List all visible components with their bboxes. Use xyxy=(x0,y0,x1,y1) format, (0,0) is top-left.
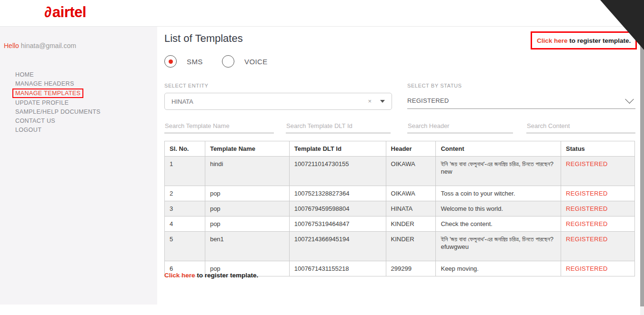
sidebar-item-manage-headers[interactable]: MANAGE HEADERS xyxy=(15,79,101,89)
cell-template-dlt-id: 1007521328827364 xyxy=(289,186,386,201)
cell-template-name: pop xyxy=(205,217,289,232)
cell-header: KINDER xyxy=(386,232,436,261)
sidebar-item-sample-help-documents[interactable]: SAMPLE/HELP DOCUMENTS xyxy=(15,108,101,117)
col-sl-no: Sl. No. xyxy=(165,141,205,157)
cell-template-dlt-id: 1007214366945194 xyxy=(289,232,386,261)
cell-content: ইনি 'জয় বাবা ফেলুনাথ'-এর জনপ্রিয় চরিত্… xyxy=(436,232,561,261)
cell-content: Toss a coin to your witcher. xyxy=(436,186,561,201)
sidebar-item-update-profile[interactable]: UPDATE PROFILE xyxy=(15,98,101,108)
entity-select-value: HINATA xyxy=(171,98,193,105)
vertical-scrollbar-thumb[interactable] xyxy=(640,36,644,306)
radio-sms-circle-icon[interactable] xyxy=(164,55,177,68)
cell-sl-no: 1 xyxy=(165,157,205,186)
table-header-row: Sl. No. Template Name Template DLT Id He… xyxy=(165,141,635,157)
register-click-here-bottom[interactable]: Click here xyxy=(164,272,195,279)
cell-sl-no: 3 xyxy=(165,201,205,217)
cell-sl-no: 2 xyxy=(165,186,205,201)
cell-status: REGISTERED xyxy=(561,201,635,217)
cell-template-dlt-id: 1007211014730155 xyxy=(289,157,386,186)
cell-template-dlt-id: 1007671431155218 xyxy=(289,261,386,276)
status-select[interactable]: REGISTERED xyxy=(407,93,635,109)
sidebar-item-home[interactable]: HOME xyxy=(15,70,101,79)
cell-status: REGISTERED xyxy=(561,186,635,201)
status-select-value: REGISTERED xyxy=(407,97,449,104)
register-template-link-bottom[interactable]: Click here to register template. xyxy=(164,272,258,279)
cell-status: REGISTERED xyxy=(561,157,635,186)
corner-fold-decoration xyxy=(600,0,644,50)
col-content: Content xyxy=(436,141,561,157)
sidebar: Hello hinata@gmail.com HOME MANAGE HEADE… xyxy=(0,27,157,305)
col-header: Header xyxy=(386,141,436,157)
cell-sl-no: 4 xyxy=(165,217,205,232)
cell-template-name: pop xyxy=(205,186,289,201)
radio-voice-circle-icon[interactable] xyxy=(222,55,234,68)
cell-content: Welcome to this world. xyxy=(436,201,561,217)
cell-content: Check the content. xyxy=(436,217,561,232)
cell-content: ইনি 'জয় বাবা ফেলুনাথ'-এর জনপ্রিয় চরিত্… xyxy=(436,157,561,186)
cell-template-name: ben1 xyxy=(205,232,289,261)
radio-sms-label: SMS xyxy=(187,58,203,66)
radio-sms[interactable]: SMS xyxy=(164,55,203,68)
cell-header: HINATA xyxy=(386,201,436,217)
cell-content: Keep moving. xyxy=(436,261,561,276)
page-title: List of Templates xyxy=(164,32,243,45)
cell-template-name: pop xyxy=(205,201,289,217)
table-row: 5ben11007214366945194KINDERইনি 'জয় বাবা… xyxy=(165,232,635,261)
entity-clear-icon[interactable]: × xyxy=(368,98,372,105)
search-template-name-input[interactable] xyxy=(164,119,274,133)
register-rest-bottom: to register template. xyxy=(195,272,259,279)
sidebar-item-logout[interactable]: LOGOUT xyxy=(15,126,101,135)
register-click-here-top[interactable]: Click here xyxy=(537,37,568,44)
select-by-status-label: SELECT BY STATUS xyxy=(407,83,462,89)
cell-header: 299299 xyxy=(386,261,436,276)
sidebar-item-contact-us[interactable]: CONTACT US xyxy=(15,117,101,126)
sidebar-item-manage-templates[interactable]: MANAGE TEMPLATES xyxy=(12,89,83,98)
cell-status: REGISTERED xyxy=(561,261,635,276)
radio-voice-label: VOICE xyxy=(244,58,268,66)
templates-table-body: 1hindi1007211014730155OIKAWAইনি 'জয় বাব… xyxy=(165,157,635,276)
cell-template-dlt-id: 1007675319464847 xyxy=(289,217,386,232)
entity-caret-down-icon[interactable] xyxy=(380,100,385,103)
cell-template-dlt-id: 1007679459598804 xyxy=(289,201,386,217)
greeting-hello: Hello xyxy=(4,42,19,49)
cell-template-name: hindi xyxy=(205,157,289,186)
airtel-logo: ∂airtel xyxy=(44,4,86,21)
templates-table: Sl. No. Template Name Template DLT Id He… xyxy=(164,141,635,276)
cell-header: KINDER xyxy=(386,217,436,232)
status-chevron-down-icon[interactable] xyxy=(625,95,634,103)
airtel-logo-text: airtel xyxy=(52,4,86,20)
user-greeting: Hello hinata@gmail.com xyxy=(4,42,76,49)
col-status: Status xyxy=(561,141,635,157)
airtel-swoosh-icon: ∂ xyxy=(44,4,51,20)
table-row: 3pop1007679459598804HINATAWelcome to thi… xyxy=(165,201,635,217)
cell-header: OIKAWA xyxy=(386,157,436,186)
search-content-input[interactable] xyxy=(526,119,635,133)
col-template-name: Template Name xyxy=(205,141,289,157)
radio-voice[interactable]: VOICE xyxy=(222,55,268,68)
vertical-scrollbar-track[interactable] xyxy=(640,27,644,315)
col-template-dlt-id: Template DLT Id xyxy=(289,141,386,157)
search-header-input[interactable] xyxy=(407,119,513,133)
sidebar-menu: HOME MANAGE HEADERS MANAGE TEMPLATES UPD… xyxy=(15,70,101,135)
table-row: 2pop1007521328827364OIKAWAToss a coin to… xyxy=(165,186,635,201)
cell-sl-no: 5 xyxy=(165,232,205,261)
cell-status: REGISTERED xyxy=(561,232,635,261)
select-entity-label: SELECT ENTITY xyxy=(164,83,209,89)
cell-header: OIKAWA xyxy=(386,186,436,201)
user-email: hinata@gmail.com xyxy=(21,42,76,49)
table-row: 1hindi1007211014730155OIKAWAইনি 'জয় বাব… xyxy=(165,157,635,186)
entity-select[interactable]: HINATA × xyxy=(164,93,392,110)
search-template-dlt-id-input[interactable] xyxy=(286,119,391,133)
top-bar xyxy=(0,0,644,27)
table-row: 4pop1007675319464847KINDERCheck the cont… xyxy=(165,217,635,232)
cell-status: REGISTERED xyxy=(561,217,635,232)
